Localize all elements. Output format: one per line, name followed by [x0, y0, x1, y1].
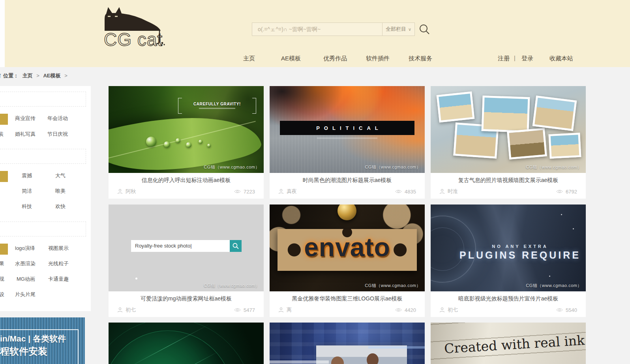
sidebar-category-link[interactable]: 商业宣传: [15, 115, 36, 122]
nav-works[interactable]: 优秀作品: [323, 55, 347, 62]
sidebar-category-link[interactable]: 现: [0, 276, 4, 283]
header-search-bar: 全部栏目 ∨: [252, 23, 415, 36]
card-meta: 阿秋 7223: [109, 185, 264, 198]
template-title[interactable]: 信息化的呼入呼出短标注动画ae模板: [109, 173, 264, 185]
template-title[interactable]: 暗底影视级光效标题预告片宣传片ae模板: [431, 291, 586, 304]
template-thumbnail[interactable]: Created with real ink: [431, 323, 586, 364]
sidebar-category-link[interactable]: 年会活动: [47, 115, 68, 122]
watermark: CG猫（www.cgmao.com）: [204, 164, 260, 170]
chevron-down-icon: ∨: [408, 27, 411, 32]
template-title[interactable]: 时尚黑色的潮流图片标题展示ae模板: [270, 173, 425, 185]
template-thumbnail[interactable]: [270, 323, 425, 364]
template-card[interactable]: Created with real ink: [431, 323, 586, 364]
site-logo[interactable]: CG cat: [100, 2, 165, 51]
sidebar-category-link[interactable]: 科技: [22, 203, 32, 210]
template-thumbnail[interactable]: Royalty-free stock photo| CG猫（www.cgmao.…: [109, 205, 264, 291]
template-card[interactable]: [109, 323, 264, 364]
search-icon: [418, 23, 430, 35]
page: CG cat 全部栏目 ∨ 主页 AE模板 优秀作品 软件插件 技术服务 注册 …: [0, 0, 630, 364]
sidebar-category-link[interactable]: 震撼: [22, 172, 32, 179]
template-thumbnail[interactable]: NO ANY EXTRA PLUGINS REQUIRE CG猫（www.cgm…: [431, 205, 586, 291]
views-icon: [556, 189, 563, 194]
sidebar-category-link[interactable]: 片头片尾: [15, 291, 36, 298]
views-count: 4835: [405, 189, 416, 195]
overlay-title: POLITICAL: [280, 121, 414, 135]
nav-ae-templates[interactable]: AE模板: [281, 55, 301, 62]
sidebar-section-header: [0, 149, 86, 164]
template-card[interactable]: [270, 323, 425, 364]
overlay-line1: NO ANY EXTRA: [454, 244, 586, 249]
sidebar-category-link[interactable]: 简洁: [22, 188, 32, 195]
breadcrumb: 前位置： 主页 > AE模板 >: [0, 72, 70, 79]
breadcrumb-home[interactable]: 主页: [22, 73, 33, 79]
sidebar-category-link[interactable]: 大气: [55, 172, 66, 179]
card-meta: 真夜 4835: [270, 185, 425, 198]
author-name: 真夜: [287, 188, 297, 195]
author-icon: [278, 189, 284, 194]
sidebar-category-link[interactable]: 装: [0, 131, 4, 138]
template-thumbnail[interactable]: envato CG猫（www.cgmao.com）: [270, 205, 425, 291]
template-card[interactable]: POLITICAL CG猫（www.cgmao.com） 时尚黑色的潮流图片标题…: [270, 86, 425, 199]
banner-line1: in/Mac | 各类软件: [0, 333, 66, 344]
software-install-banner[interactable]: in/Mac | 各类软件 程软件安装: [0, 317, 85, 364]
nav-home[interactable]: 主页: [243, 55, 255, 62]
author-icon: [439, 189, 445, 194]
template-thumbnail[interactable]: POLITICAL CG猫（www.cgmao.com）: [270, 86, 425, 173]
breadcrumb-sep: >: [64, 73, 68, 79]
login-link[interactable]: 登录: [521, 55, 533, 62]
views-count: 5477: [244, 307, 255, 313]
breadcrumb-current[interactable]: AE模板: [43, 73, 60, 79]
nav-services[interactable]: 技术服务: [409, 55, 432, 62]
search-input[interactable]: [252, 23, 382, 36]
template-thumbnail[interactable]: [109, 323, 264, 364]
sidebar-section-header: [0, 92, 86, 107]
watermark: CG猫（www.cgmao.com）: [526, 283, 582, 289]
nav-plugins[interactable]: 软件插件: [366, 55, 390, 62]
sphere-art: [338, 205, 356, 220]
author-icon: [117, 307, 123, 313]
template-card[interactable]: Royalty-free stock photo| CG猫（www.cgmao.…: [109, 205, 264, 317]
author-icon: [439, 307, 445, 313]
template-card[interactable]: CAREFULLY GRAVITY! CG猫（www.cgmao.com） 信息…: [109, 86, 264, 199]
template-card[interactable]: NO ANY EXTRA PLUGINS REQUIRE CG猫（www.cgm…: [431, 205, 586, 317]
search-icon: [232, 242, 239, 250]
card-meta: 初七 5540: [431, 304, 586, 316]
author-name: 离: [287, 306, 292, 313]
search-category-select[interactable]: 全部栏目 ∨: [382, 23, 414, 36]
sidebar-category-link[interactable]: 唯美: [55, 188, 66, 195]
favorite-site-link[interactable]: 收藏本站: [549, 55, 573, 62]
category-icon: [0, 171, 8, 182]
sidebar-category-link[interactable]: MG动画: [17, 276, 35, 283]
sidebar: [0, 86, 91, 311]
search-button[interactable]: [418, 23, 430, 35]
sidebar-category-link[interactable]: 欢快: [55, 203, 66, 210]
cat-logo-icon: CG cat: [100, 2, 165, 51]
template-thumbnail[interactable]: CG猫（www.cgmao.com）: [431, 86, 586, 173]
views-icon: [395, 308, 402, 312]
sidebar-category-link[interactable]: 果: [0, 260, 4, 267]
sidebar-category-link[interactable]: 视图展示: [48, 245, 69, 252]
sidebar-category-link[interactable]: 光线粒子: [48, 260, 69, 267]
overlay-subtitle-art: [317, 137, 377, 139]
sidebar-category-link[interactable]: 设: [0, 291, 4, 298]
template-thumbnail[interactable]: CAREFULLY GRAVITY! CG猫（www.cgmao.com）: [109, 86, 264, 173]
search-category-value: 全部栏目: [386, 26, 406, 33]
sidebar-category-link[interactable]: 节日庆祝: [47, 131, 68, 138]
site-header: CG cat 全部栏目 ∨ 主页 AE模板 优秀作品 软件插件 技术服务 注册 …: [0, 0, 630, 67]
author-icon: [117, 189, 123, 194]
template-title[interactable]: 黑金优雅奢华装饰图案三维LOGO展示ae模板: [270, 291, 425, 304]
template-card[interactable]: envato CG猫（www.cgmao.com） 黑金优雅奢华装饰图案三维LO…: [270, 205, 425, 317]
category-icon: [0, 244, 8, 255]
sidebar-category-link[interactable]: 卡通童趣: [48, 276, 69, 283]
template-title[interactable]: 复古气息的照片墙视频墙图文展示ae模板: [431, 173, 586, 185]
register-link[interactable]: 注册: [498, 55, 510, 62]
sidebar-category-link[interactable]: 水墨渲染: [15, 260, 36, 267]
sidebar-category-link[interactable]: 婚礼写真: [15, 131, 36, 138]
template-card[interactable]: CG猫（www.cgmao.com） 复古气息的照片墙视频墙图文展示ae模板 时…: [431, 86, 586, 199]
template-title[interactable]: 可爱活泼的mg动画搜索网址框ae模板: [109, 291, 264, 304]
overlay-line2: PLUGINS REQUIRE: [454, 250, 586, 261]
dot-art: [135, 278, 137, 280]
thumbnail-overlay: CAREFULLY GRAVITY!: [184, 102, 251, 109]
sidebar-category-link[interactable]: logo演绎: [15, 245, 35, 252]
views-count: 4420: [405, 307, 416, 313]
